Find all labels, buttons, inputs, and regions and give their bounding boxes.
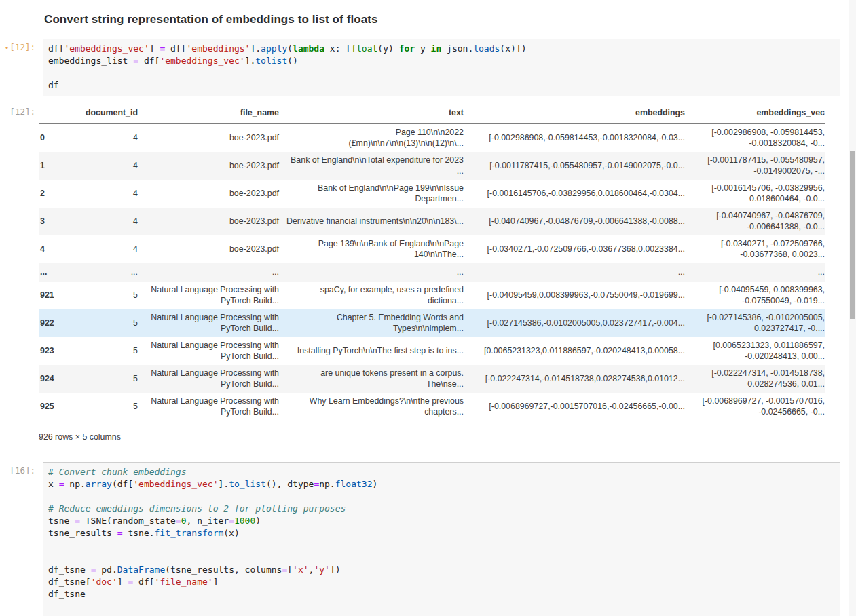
table-row: 9235Natural Language Processing with PyT… [39,337,825,365]
table-cell: 4 [58,161,138,172]
code-line: df_tsne = pd.DataFrame(tsne_results, col… [48,564,835,576]
kernel-busy-dot: • [5,43,10,52]
row-index: 1 [39,161,58,172]
notebook-page: Convert string representation of embeddi… [0,0,856,616]
code-line: df_tsne [48,588,835,600]
table-cell: Chapter 5. Embedding Words and Types\n\n… [279,313,464,334]
table-row: 14boe-2023.pdfBank of England\n\nTotal e… [39,152,825,180]
table-row: 24boe-2023.pdfBank of England\n\nPage 19… [39,180,825,208]
table-row: 9215Natural Language Processing with PyT… [39,282,825,309]
table-cell: [-0.022247314, -0.014518738, 0.028274536… [685,368,825,390]
code-editor-12[interactable]: df['embeddings_vec'] = df['embeddings'].… [43,39,840,96]
row-index: ... [39,267,58,278]
row-index: 921 [39,290,58,301]
table-cell: [-0.0340271, -0.072509766, -0.03677368, … [685,239,825,261]
table-cell: ... [464,267,685,278]
table-cell: [-0.027145386,-0.0102005005,0.023727417,… [464,318,685,329]
table-cell: [-0.0068969727, -0.0015707016, -0.024566… [685,396,825,418]
table-cell: Derivative financial instruments\n\n20\n… [279,216,464,227]
table-cell: [-0.040740967, -0.04876709, -0.006641388… [685,211,825,233]
table-cell: [-0.0068969727,-0.0015707016,-0.02456665… [464,402,685,412]
row-index: 0 [39,133,58,144]
vertical-scrollbar[interactable] [849,0,856,616]
table-cell: Natural Language Processing with PyTorch… [138,285,279,307]
table-cell: ... [58,267,138,278]
table-cell: [-0.002986908, -0.059814453, -0.00183200… [685,128,825,149]
code-line: embeddings_list = df['embeddings_vec'].t… [48,55,835,67]
row-index: 925 [39,402,58,412]
code-line [48,539,835,552]
code-line: x = np.array(df['embeddings_vec'].to_lis… [48,478,835,490]
table-cell: boe-2023.pdf [138,189,279,199]
column-header: file_name [138,108,279,119]
table-cell: Page 139\n\nBank of England\n\nPage 140\… [279,239,464,261]
table-cell: [-0.04095459,0.008399963,-0.07550049,-0.… [464,290,685,301]
table-cell: [0.0065231323, 0.011886597, -0.020248413… [685,341,825,362]
table-cell: Natural Language Processing with PyTorch… [138,341,279,362]
dataframe-summary: 926 rows × 5 columns [39,432,856,442]
table-cell: [-0.0011787415, -0.055480957, -0.0149002… [685,155,825,177]
row-index: 922 [39,318,58,329]
dataframe-output: document_idfile_nametextembeddingsembedd… [39,103,856,442]
table-row: 9245Natural Language Processing with PyT… [39,365,825,393]
code-line: df [48,79,835,92]
table-cell: Natural Language Processing with PyTorch… [138,396,279,418]
table-cell: Bank of England\n\nTotal expenditure for… [279,155,464,177]
column-header: text [279,108,464,119]
table-row: 9225Natural Language Processing with PyT… [39,309,825,337]
table-cell: [-0.0016145706, -0.03829956, 0.018600464… [685,183,825,205]
output-area-12: [12]: document_idfile_nametextembeddings… [0,103,856,442]
vertical-scrollbar-thumb[interactable] [850,151,855,319]
table-cell: 5 [58,290,138,301]
table-cell: [-0.04095459, 0.008399963, -0.07550049, … [685,285,825,307]
code-line: tsne = TSNE(random_state=0, n_iter=1000) [48,515,835,527]
input-prompt-label: [12]: [10,42,35,52]
row-index: 4 [39,244,58,255]
column-header: embeddings_vec [685,108,825,119]
table-cell: are unique tokens present in a corpus. T… [279,368,464,390]
table-cell: Natural Language Processing with PyTorch… [138,313,279,334]
code-cell-16: [16]: # Convert chunk embeddingsx = np.a… [0,462,856,616]
table-cell: ... [685,267,825,278]
table-cell: 4 [58,189,138,199]
code-editor-16[interactable]: # Convert chunk embeddingsx = np.array(d… [43,462,840,616]
output-prompt-12: [12]: [0,103,35,117]
table-cell: boe-2023.pdf [138,161,279,172]
code-line [48,490,835,503]
table-row: 34boe-2023.pdfDerivative financial instr… [39,208,825,235]
table-cell: boe-2023.pdf [138,216,279,227]
code-line: tsne_results = tsne.fit_transform(x) [48,527,835,539]
table-cell: boe-2023.pdf [138,244,279,255]
table-cell: [-0.022247314,-0.014518738,0.028274536,0… [464,374,685,385]
table-cell: [0.0065231323,0.011886597,-0.020248413,0… [464,346,685,357]
table-cell: [-0.0340271,-0.072509766,-0.03677368,0.0… [464,244,685,255]
table-cell: 5 [58,346,138,357]
table-row: .................. [39,263,825,282]
code-line: # Reduce emeddings dimensions to 2 for p… [48,503,835,515]
table-cell: Page 110\n\n2022 (£mn)\n\n7\n\n(13)\n\n(… [279,128,464,149]
table-cell: 5 [58,318,138,329]
row-index: 3 [39,216,58,227]
code-line: df['embeddings_vec'] = df['embeddings'].… [48,43,835,55]
table-cell: 5 [58,374,138,385]
table-header-row: document_idfile_nametextembeddingsembedd… [39,103,825,124]
table-row: 9255Natural Language Processing with PyT… [39,393,825,421]
table-cell: 4 [58,216,138,227]
table-cell: [-0.040740967,-0.04876709,-0.006641388,-… [464,216,685,227]
table-cell: 4 [58,244,138,255]
table-cell: Bank of England\n\nPage 199\n\nIssue Dep… [279,183,464,205]
table-cell: boe-2023.pdf [138,133,279,144]
table-row: 04boe-2023.pdfPage 110\n\n2022 (£mn)\n\n… [39,124,825,152]
table-cell: [-0.0011787415,-0.055480957,-0.014900207… [464,161,685,172]
table-row: 44boe-2023.pdfPage 139\n\nBank of Englan… [39,235,825,263]
dataframe-table: document_idfile_nametextembeddingsembedd… [39,103,825,421]
code-line: df_tsne['doc'] = df['file_name'] [48,576,835,588]
markdown-heading: Convert string representation of embeddi… [0,0,856,26]
table-cell: spaCy, for example, uses a predefined di… [279,285,464,307]
input-prompt-16: [16]: [0,462,35,476]
row-index: 2 [39,189,58,199]
column-header: document_id [58,108,138,119]
table-cell: ... [138,267,279,278]
table-cell: [-0.002986908,-0.059814453,-0.0018320084… [464,133,685,144]
row-index: 924 [39,374,58,385]
